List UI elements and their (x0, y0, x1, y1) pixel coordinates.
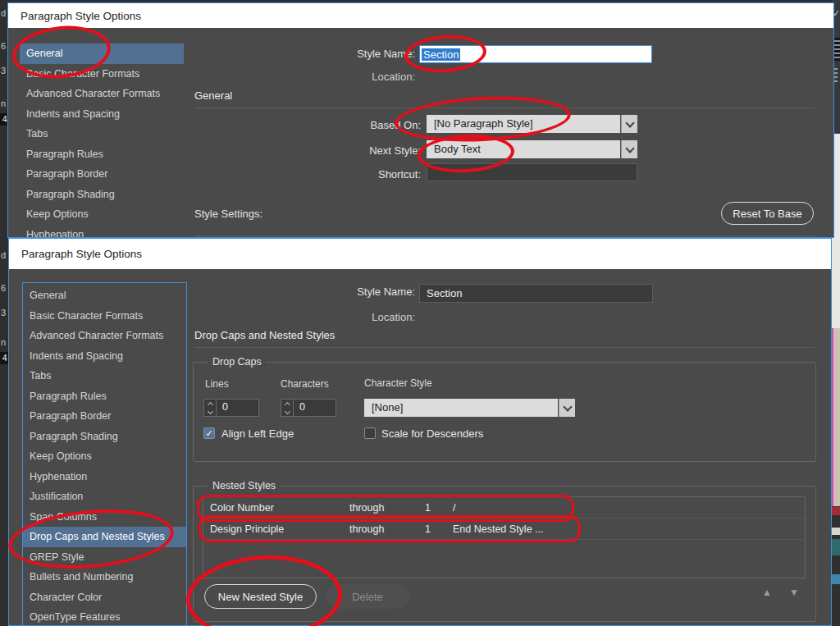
nested-style-count[interactable]: 1 (425, 523, 453, 535)
background-fragment (832, 539, 840, 555)
sidebar-item[interactable]: Paragraph Shading (23, 427, 186, 447)
dialog-titlebar[interactable]: Paragraph Style Options (8, 3, 833, 28)
based-on-select[interactable]: [No Paragraph Style] (427, 115, 620, 133)
sidebar-item[interactable]: GREP Style (23, 547, 186, 568)
style-category-list: GeneralBasic Character FormatsAdvanced C… (22, 282, 187, 626)
characters-value[interactable]: 0 (294, 400, 305, 416)
character-style-select[interactable]: [None] (364, 399, 558, 417)
background-page-edge (832, 328, 840, 506)
new-nested-style-button[interactable]: New Nested Style (204, 584, 317, 609)
characters-stepper[interactable]: 0 (281, 399, 336, 417)
background-glyph: n (1, 337, 6, 347)
sidebar-item[interactable]: Basic Character Formats (23, 306, 186, 327)
style-name-input[interactable]: Section (419, 284, 653, 303)
nested-style-name[interactable]: Design Principle (203, 523, 349, 535)
reset-to-base-button[interactable]: Reset To Base (721, 202, 814, 225)
sidebar-item[interactable]: Span Columns (23, 507, 186, 528)
sidebar-item[interactable]: Paragraph Border (23, 406, 186, 427)
background-fragment (832, 574, 840, 584)
style-settings-label: Style Settings: (194, 208, 262, 220)
style-settings-box-edge (194, 235, 815, 236)
divider (194, 107, 815, 108)
sidebar-item[interactable]: General (23, 286, 186, 306)
sidebar-item[interactable]: Paragraph Shading (20, 185, 184, 205)
background-glyph: 6 (1, 283, 6, 293)
sidebar-item[interactable]: General (20, 43, 184, 64)
background-fragment (832, 507, 840, 515)
sidebar-item[interactable]: Keep Options (20, 204, 184, 225)
style-name-label: Style Name: (284, 286, 415, 298)
sidebar-item[interactable]: Tabs (23, 366, 186, 386)
lines-value[interactable]: 0 (217, 400, 228, 416)
scale-for-descenders-checkbox[interactable] (364, 427, 376, 439)
sidebar-item[interactable]: OpenType Features (23, 607, 186, 626)
background-fragment (832, 528, 840, 535)
nested-style-row[interactable]: Design Principle through 1 End Nested St… (203, 519, 805, 540)
based-on-label: Based On: (290, 119, 421, 131)
sidebar-item[interactable]: Bullets and Numbering (23, 567, 186, 587)
next-style-select[interactable]: Body Text (427, 140, 620, 158)
sidebar-item[interactable]: Justification (23, 487, 186, 507)
delete-button[interactable]: Delete (326, 584, 409, 609)
style-name-input[interactable]: Section (419, 45, 652, 63)
stepper-arrows-icon[interactable] (204, 400, 217, 416)
background-glyph: 3 (1, 308, 6, 318)
sidebar-item[interactable]: Basic Character Formats (20, 64, 184, 85)
next-style-dropdown-button[interactable] (621, 140, 637, 158)
sidebar-item[interactable]: Tabs (20, 124, 184, 144)
sidebar-item[interactable]: Drop Caps and Nested Styles (23, 527, 186, 547)
chevron-down-icon (563, 402, 572, 411)
paragraph-style-options-dialog-general: Paragraph Style Options GeneralBasic Cha… (7, 2, 834, 238)
sidebar-item[interactable]: Hyphenation (20, 225, 184, 239)
screenshot-root: d 6 3 n 4 d 6 3 n 4 ✓ Paragraph Style Op… (0, 0, 840, 626)
lines-stepper[interactable]: 0 (203, 399, 259, 417)
scale-for-descenders-label: Scale for Descenders (381, 427, 483, 440)
sidebar-item[interactable]: Hyphenation (23, 467, 186, 487)
nested-style-name[interactable]: Color Number (203, 502, 349, 514)
shortcut-label: Shortcut: (290, 168, 421, 180)
sidebar-item[interactable]: Indents and Spacing (20, 104, 184, 125)
based-on-dropdown-button[interactable] (621, 115, 637, 133)
divider (194, 347, 815, 348)
sidebar-item[interactable]: Paragraph Rules (20, 144, 184, 165)
align-left-edge-checkbox[interactable] (203, 427, 215, 439)
characters-label: Characters (281, 378, 329, 390)
drop-caps-group-label: Drop Caps (208, 356, 266, 368)
nested-style-mode[interactable]: through (349, 523, 425, 535)
nested-style-row[interactable]: Color Number through 1 / (203, 497, 805, 519)
nested-styles-group-label: Nested Styles (208, 480, 280, 491)
sidebar-item[interactable]: Paragraph Border (20, 164, 184, 185)
nested-style-delimiter[interactable]: End Nested Style ... (453, 523, 805, 535)
sidebar-item[interactable]: Advanced Character Formats (23, 326, 186, 346)
nested-style-delimiter[interactable]: / (453, 502, 805, 514)
style-category-list: GeneralBasic Character FormatsAdvanced C… (20, 43, 184, 238)
dialog-title: Paragraph Style Options (21, 248, 142, 260)
sidebar-item[interactable]: Character Color (23, 587, 186, 608)
background-glyph: 4 (0, 352, 9, 364)
move-down-button[interactable]: ▼ (789, 587, 799, 598)
background-glyph: 3 (1, 66, 6, 75)
sidebar-item[interactable]: Keep Options (23, 446, 186, 467)
move-up-button[interactable]: ▲ (762, 587, 772, 598)
background-glyph: 6 (1, 41, 6, 51)
style-name-label: Style Name: (284, 48, 415, 60)
dialog-titlebar[interactable]: Paragraph Style Options (9, 239, 831, 269)
nested-style-mode[interactable]: through (349, 502, 425, 514)
nested-style-count[interactable]: 1 (425, 502, 453, 514)
chevron-down-icon (625, 118, 634, 127)
chevron-down-icon (625, 144, 634, 153)
panel-heading: General (194, 89, 232, 102)
shortcut-input[interactable] (427, 163, 637, 181)
character-style-dropdown-button[interactable] (559, 399, 575, 417)
sidebar-item[interactable]: Paragraph Rules (23, 386, 186, 407)
next-style-label: Next Style: (290, 144, 421, 157)
lines-label: Lines (205, 378, 229, 390)
location-label: Location: (284, 311, 415, 323)
background-glyph: d (1, 250, 6, 260)
based-on-value: [No Paragraph Style] (434, 117, 533, 130)
nested-styles-list: Color Number through 1 / Design Principl… (203, 496, 806, 578)
stepper-arrows-icon[interactable] (281, 400, 294, 416)
sidebar-item[interactable]: Indents and Spacing (23, 346, 186, 367)
selected-text: Section (422, 48, 460, 61)
sidebar-item[interactable]: Advanced Character Formats (20, 84, 184, 104)
